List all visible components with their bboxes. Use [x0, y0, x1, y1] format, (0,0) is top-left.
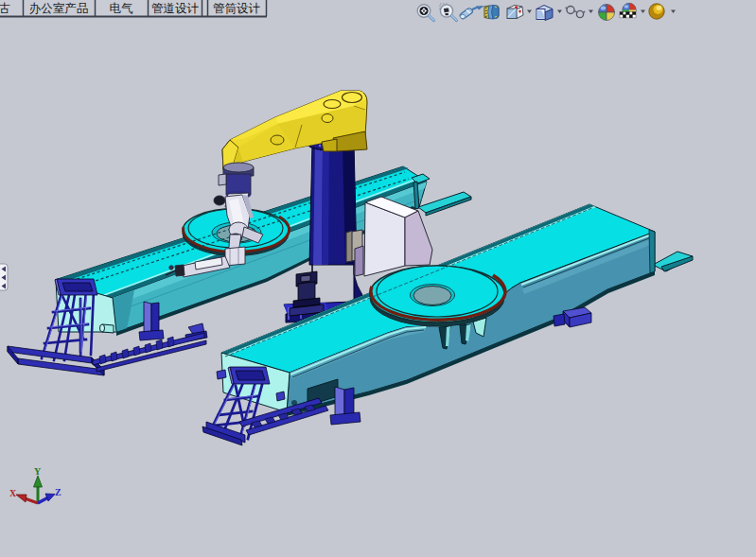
- svg-text:Z: Z: [55, 487, 62, 497]
- svg-text:办公室产品: 办公室产品: [29, 2, 89, 15]
- svg-text:古: 古: [0, 2, 11, 15]
- svg-text:管道设计: 管道设计: [151, 2, 200, 15]
- svg-text:Y: Y: [34, 466, 42, 477]
- svg-text:管筒设计: 管筒设计: [213, 2, 261, 15]
- svg-text:X: X: [9, 488, 17, 498]
- svg-text:电气: 电气: [110, 2, 134, 15]
